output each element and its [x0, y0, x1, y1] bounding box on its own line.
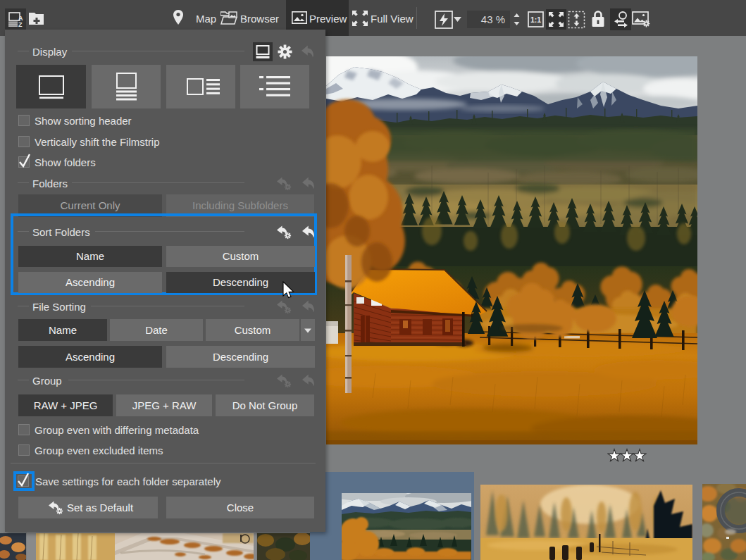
svg-text:1:1: 1:1 — [530, 15, 541, 24]
svg-text:Z: Z — [18, 21, 23, 28]
